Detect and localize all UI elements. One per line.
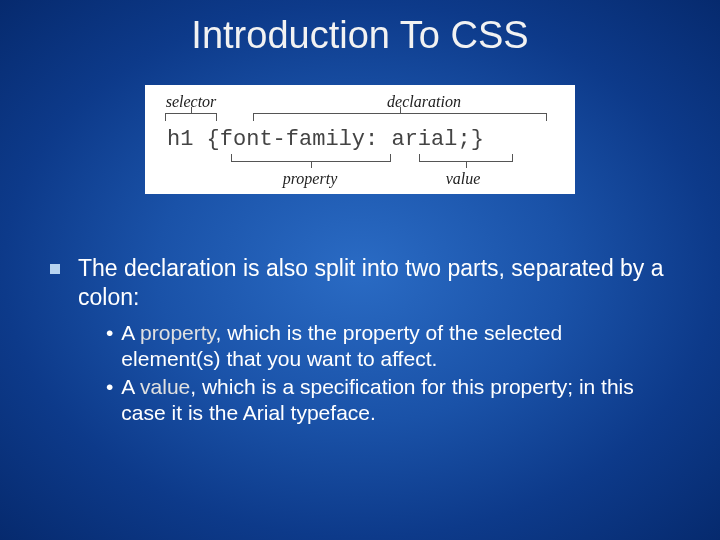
bracket-property (231, 154, 391, 162)
sub-bullet-list: • A property, which is the property of t… (50, 320, 670, 427)
bracket-selector (165, 113, 217, 121)
label-value: value (417, 170, 509, 188)
bracket-declaration (253, 113, 547, 121)
bullet-icon (50, 264, 60, 274)
label-declaration: declaration (283, 93, 565, 111)
slide: Introduction To CSS selector declaration… (0, 0, 720, 540)
body-content: The declaration is also split into two p… (0, 194, 720, 427)
code-example: h1 {font-family: arial;} (155, 125, 565, 154)
dot-icon: • (106, 320, 113, 373)
main-bullet: The declaration is also split into two p… (50, 254, 670, 312)
dot-icon: • (106, 374, 113, 427)
css-syntax-diagram: selector declaration h1 {font-family: ar… (145, 85, 575, 194)
sub-bullet-2-text: A value, which is a specification for th… (121, 374, 660, 427)
sub-bullet-1: • A property, which is the property of t… (106, 320, 660, 373)
sub-bullet-1-text: A property, which is the property of the… (121, 320, 660, 373)
slide-title: Introduction To CSS (0, 0, 720, 57)
label-property: property (231, 170, 389, 188)
main-point-text: The declaration is also split into two p… (78, 254, 670, 312)
bracket-value (419, 154, 513, 162)
sub-bullet-2: • A value, which is a specification for … (106, 374, 660, 427)
